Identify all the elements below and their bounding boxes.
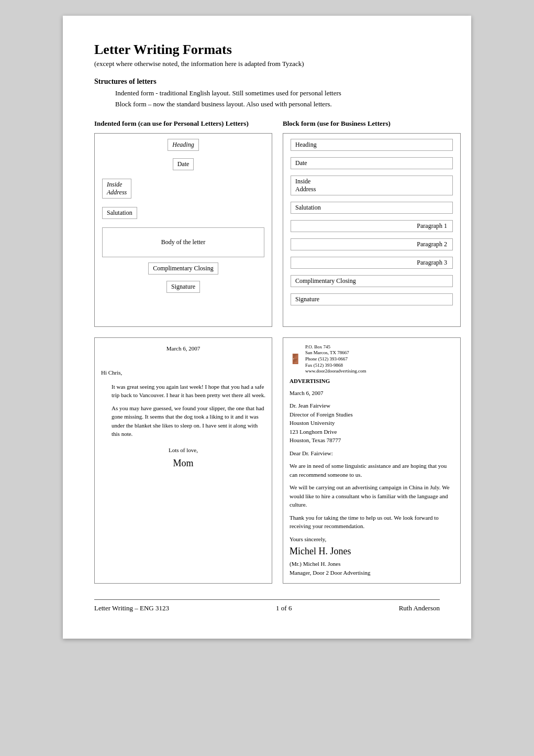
block-example-body3: Thank you for taking the time to help us… [290, 513, 454, 531]
block-example-closing: Yours sincerely, [290, 535, 454, 544]
block-p3-label: Paragraph 3 [291, 257, 453, 269]
page-subtitle: (except where otherwise noted, the infor… [94, 60, 440, 68]
block-date-label: Date [291, 157, 453, 169]
block-example-body2: We will be carrying out an advertising c… [290, 483, 454, 509]
example-indented-signature: Mom [101, 456, 265, 470]
example-indented-date: March 6, 2007 [101, 344, 265, 353]
structures-text: Indented form - traditional English layo… [115, 88, 440, 110]
block-diagram: Heading Date Inside Address Salutation P… [283, 133, 461, 327]
block-signature-label: Signature [291, 293, 453, 305]
page-title: Letter Writing Formats [94, 42, 440, 58]
block-example-body1: We are in need of some linguistic assist… [290, 462, 454, 479]
block-col-heading: Block form (use for Business Letters) [283, 119, 461, 128]
block-example-salutation: Dear Dr. Fairview: [290, 449, 454, 458]
footer-right: Ruth Anderson [399, 604, 440, 612]
indented-col-heading: Indented form (can use for Personal Lett… [94, 119, 272, 128]
footer-center: 1 of 6 [276, 604, 292, 612]
block-logo-text: P.O. Box 745 San Marcos, TX 78667 Phone … [305, 344, 366, 374]
example-indented-salutation: Hi Chris, [101, 368, 265, 377]
logo-icon: 🚪 [290, 352, 301, 366]
indented-inside-label: Inside Address [102, 179, 131, 199]
block-example-signature-cursive: Michel H. Jones [290, 544, 454, 558]
block-heading-label: Heading [291, 139, 453, 151]
block-closing-label: Complimentary Closing [291, 275, 453, 287]
page-footer: Letter Writing – ENG 3123 1 of 6 Ruth An… [94, 599, 440, 612]
indented-example-letter: March 6, 2007 Hi Chris, It was great see… [94, 337, 272, 584]
indented-diagram: Heading Date Inside Address Salutation B… [94, 133, 272, 327]
example-indented-body2: As you may have guessed, we found your s… [112, 404, 265, 439]
block-example-date: March 6, 2007 [290, 389, 454, 398]
example-indented-body1: It was great seeing you again last week!… [112, 382, 265, 400]
structures-text-1: Indented form - traditional English layo… [115, 88, 440, 99]
block-p2-label: Paragraph 2 [291, 238, 453, 250]
block-example-signature-typed: (Mr.) Michel H. Jones Manager, Door 2 Do… [290, 560, 454, 577]
block-example-letter: 🚪 P.O. Box 745 San Marcos, TX 78667 Phon… [283, 337, 461, 584]
block-logo-area: 🚪 P.O. Box 745 San Marcos, TX 78667 Phon… [290, 344, 454, 375]
page: Letter Writing Formats (except where oth… [63, 16, 471, 639]
indented-date-label: Date [173, 158, 194, 170]
block-inside-label: Inside Address [291, 176, 453, 195]
indented-signature-label: Signature [166, 281, 200, 293]
block-p1-label: Paragraph 1 [291, 220, 453, 232]
indented-body-label: Body of the letter [102, 227, 264, 257]
structures-text-2: Block form – now the standard business l… [115, 99, 440, 110]
indented-closing-label: Complimentary Closing [148, 262, 218, 275]
structures-heading: Structures of letters [94, 78, 440, 86]
block-logo-label: ADVERTISING [290, 377, 454, 386]
example-indented-closing: Lots of love, [101, 446, 265, 455]
block-example-recipient: Dr. Jean Fairview Director of Foreign St… [290, 401, 454, 445]
indented-salutation-label: Salutation [102, 207, 137, 219]
indented-heading-label: Heading [168, 139, 198, 151]
footer-left: Letter Writing – ENG 3123 [94, 604, 169, 612]
block-salutation-label: Salutation [291, 202, 453, 214]
